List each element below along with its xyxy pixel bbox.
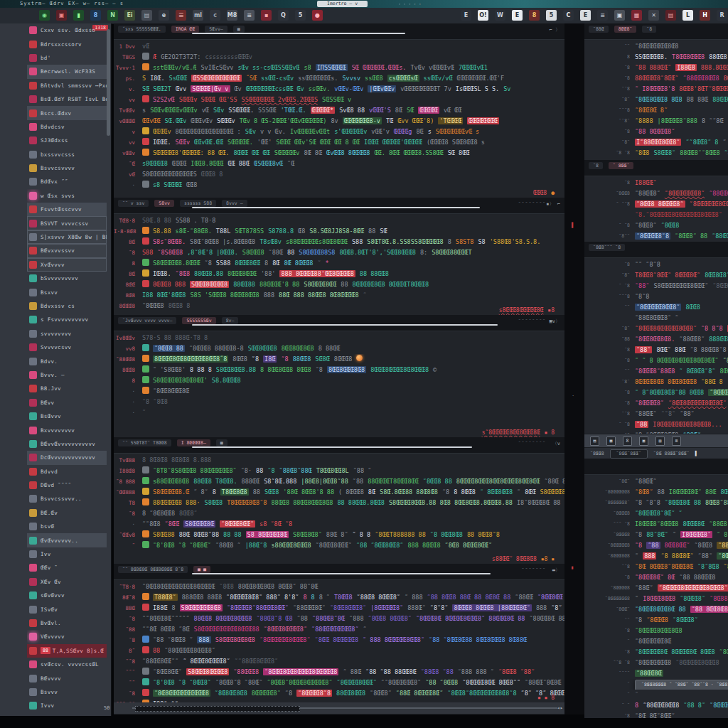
file-tree-item[interactable]: BŒvv [27,396,107,410]
toolbar-icon[interactable]: ● [312,10,323,21]
file-tree-item[interactable]: Bscs.Œdxv [27,106,107,119]
code-line[interactable]: Tvvv·1sstŒŒŒv/vŒ.ÆSvIŒcSŒvvsŒv ss-csŒŒSS… [114,63,564,73]
code-line[interactable]: ˜8 ˜8˜8Œ8S8ŒŒ8˜88ŒŒ8˜˜8ŒŒ8˜88Œ88 8ŒŒ8Œ 8… [586,148,728,159]
editor-tab[interactable]: S8vv [154,200,174,207]
code-line[interactable]: 8Œ˜8T88Œ8˜888ŒŒ8 88Œ8˜8ŒŒŒŒ8Œ8˜ 888˜ 8'8… [114,592,564,603]
code-line[interactable]: ˜88Œ8ŒŒŒ8˜ ˜ [586,313,728,323]
code-line[interactable]: ˜88˜8ŒŒ8ŒŒ8Œ8.˜88ŒŒ8˜888ŒŒ8Œ88 88Œ8 [586,334,728,345]
panel-toolbar-icon[interactable]: 8 [623,437,632,446]
code-line[interactable]: ˜˜8ŒŒ8ŒŒŒ8 ˜ ˜88Œ˜ ˜88˜˜8 · ˜8Œ8˜ [586,679,728,690]
toolbar-icon[interactable]: 8 [529,10,540,21]
code-line[interactable]: ˜ ˜˜8˜8ŒŒ8 8ŒŒŒŒ8˜˜8ŒŒŒŒŒŒ8ŒŒŒ8˜˜ [586,199,728,210]
panel-toolbar-icon[interactable]: ▦ [606,437,616,446]
code-line[interactable]: ·s8 SŒŒŒŒŒŒ8 [114,180,564,191]
code-line[interactable]: ˜8˜ 8˜8ŒŒŒ8Œ8˜88 8ŒŒ8˜8ŒŒŒŒ8ŒŒ8˜˜8 88˜8 [586,387,728,398]
toolbar-icon[interactable]: ▣ [614,10,625,21]
code-line[interactable]: ˜˜ [586,690,728,700]
search-box[interactable]: ˜8ŒŒ˜8ŒŒ˜ [610,449,648,459]
file-tree-item[interactable]: BŒvvvv [27,671,107,685]
code-line[interactable]: ˜˜˜8ŒŒŒŒŒŒŒ8Œ8 [586,41,728,52]
header-mini-icons[interactable]: ▬〉 [552,567,560,574]
code-line[interactable]: 8Œ8I88 8ŒŒ'8ŒŒ8S8S 'SŒŒŒ8 8ŒŒŒ8ŒŒ888888Œ… [114,290,564,301]
panel-toolbar-icon[interactable]: ▥ [655,437,665,446]
code-line[interactable]: ˜8.˜8ŒŒŒŒŒ8ŒŒŒŒŒŒŒ8ŒŒŒ8˜ [586,210,728,220]
sidebar-scrollbar[interactable] [107,29,110,136]
code-line[interactable]: ˜8˜8ŒŒŒ8Œ˜ 8Œ˜88 88ŒŒŒ8 [586,572,728,583]
code-line[interactable]: I·8·8Œ8S8.88s8Œ-˜88Œ8.T88LSŒT878SSS8788.… [114,226,564,237]
editor-tab[interactable]: IRQA ŒŒ [171,26,199,33]
code-line[interactable]: TŒ8·8S8Œ.8 88SS88 . T8·8 [114,215,564,226]
code-line[interactable]: 8S8ŒŒŒŒŒ8.8ŒŒŒ˜8SS888ŒŒŒ8ŒŒ88Œ8Œ 8ŒŒŒ8˜* [114,258,564,269]
toolbar-icon[interactable]: Ei [124,10,135,21]
header-mini-icons[interactable]: ▪〉 ⌐ [546,200,560,208]
file-tree-item[interactable]: ID Œvvvvvvvvv... [27,713,107,716]
code-line[interactable]: ˜˜˜8ŒŒŒ8˜88Œ8˜ 8Œ8Œ8˜8˜8ŒŒ8˜8Œ˜ ˜8ŒŒ8 [586,366,728,377]
editor-tab[interactable]: ˜JvŒvvv vvvv vvvv— [118,317,176,324]
file-tree-item[interactable]: BŒ.Œv [27,506,107,520]
file-tree-item[interactable]: bd' [27,51,107,65]
editor-tab[interactable]: ■ [216,439,228,446]
code-line[interactable]: ˜˜˜8˜8ŒŒŒ8˜8ŒŒŒ8˜ [586,615,728,626]
code-line[interactable]: ˜˜˜˜8ŒŒ8ŒŒ˜S8ŒŒŒ8ŒŒŒŒ8˜88ŒŒŒ8˜8ŒŒŒ8ŒŒ8ŒŒ… [114,667,564,678]
code-line[interactable]: ·˜8ŒŒ8ŒŒŒ8Œ [114,386,564,397]
code-line[interactable]: ˜˜8'8Œ8 ˜8 ˜8Œ8Œ˜˜88Œ8 ˜|88Œ˜8s88ŒŒŒ8ŒŒŒ… [114,540,564,551]
code-line[interactable]: ˜8ŒŒŒŒŒŒ8˜I8ŒŒŒ8ŒŒ8˜8ŒŒŒ8˜˜8Œ88˜8 ˜8 [586,594,728,604]
code-line[interactable]: ˜˜˜8ŒŒŒŒŒ8ŒŒ8˜8ŒŒ8 [586,302,728,313]
file-tree-item[interactable]: BsŒvvv [27,410,107,423]
toolbar-icon[interactable]: ▪ [261,10,272,21]
header-mini-icons[interactable]: 〈v [552,440,560,447]
code-line[interactable]: ˜ ˜8˜88I8ŒŒŒŒŒŒŒŒŒ8ŒŒŒ8... [586,419,728,430]
code-line[interactable]: ˜˜8 ˜8˜8ŒŒŒŒŒŒŒ8˜8ŒŒŒŒŒ8ŒŒŒ8 [586,658,728,668]
code-line[interactable]: ·˜˜8Œ8˜8ŒŒS8ŒŒŒŒ8Œ˜8ŒŒŒ8ŒŒ˜s8 ˜8Œ ˜8 [114,519,564,530]
code-line[interactable]: v.SŒ SŒŒ2TŒvvSŒŒŒŒ|Œv vŒvŒŒŒŒŒŒŒŒcssŒŒ Œ… [114,84,564,95]
panel-toolbar-icon[interactable]: ▤ [590,437,599,446]
file-tree-item[interactable]: Bvvv. – [27,368,107,382]
toolbar-icon[interactable]: ✕ [648,10,659,21]
toolbar-icon[interactable]: W [495,10,505,21]
toolbar-icon[interactable]: O! [478,10,488,21]
file-tree-item[interactable]: Bdrsxxcssorv [27,37,107,50]
file-tree-item[interactable]: sŒvŒvvv [27,589,107,602]
code-line[interactable]: 8ŒŒ8ŒŒŒ8 888SŒŒŒ8ŒŒŒŒ888ŒŒ8888ŒŒŒŒ'8 88S… [114,279,564,290]
toolbar-icon[interactable]: ml [193,10,203,21]
file-tree-item[interactable]: BvŒvl. [27,616,107,630]
code-line[interactable]: ˜8ŒŒŒŒ8˜88Œ˜˜8ŒŒŒŒ8ŒŒŒŒŒŒ8ŒŒŒ8˜88˜88˜ [586,583,728,594]
code-line[interactable]: TvŒŒvsSŒŒvŒŒŒŒvŒŒŒvvŒSŒvSSŒŒŒŒ.SSSŒŒ'TŒŒ… [114,105,564,116]
code-line[interactable]: ˜˜8˜88ŒŒ8ŒŒ˜˜˜ 8ŒŒŒ8ŒŒŒŒ8˜˜˜88ŒŒ8ŒŒŒ8˜ [114,656,564,667]
code-line[interactable]: ˜8ŒŒ8˜88ŒŒ8˜˜8ŒŒŒŒŒŒŒ8˜˜88ŒŒŒ8Œ8˜88Œ8 88… [586,188,728,199]
panel-toolbar-icon[interactable]: ≣ [672,437,681,446]
file-tree-item[interactable]: Bsxvv [27,285,107,299]
editor-tab[interactable]: ˜8 [589,162,603,169]
code-line[interactable]: ˜8˜8ŒŒŒŒ8˜˜8ŒŒ8ŒŒŒŒŒ8ŒŒ8Œ˜˜88 8ŒŒŒ8Œ8˜8 [586,398,728,409]
code-line[interactable]: ˜ ˜8˜88ŒŒŒ8ŒŒ8˜88 8˜˜8ŒŒŒŒ8ŒŒ˜ [586,700,728,711]
code-line[interactable]: 8ŒS8s˜8ŒŒ8.S8Œ˜8ŒŒ8 |s.8ŒŒ8Œ8T8sŒ8vs88ŒŒ… [114,237,564,247]
code-line[interactable]: ˜8˜88 ˜8ŒŒ8 ˜888S8ŒŒŒ8ŒŒ8Œ8˜8ŒŒŒŒŒŒ8ŒŒŒ8… [114,635,564,646]
file-tree-item[interactable]: Cxxv ssv. Œdxsso [27,23,107,37]
editor-tab[interactable]: ■ [233,26,245,33]
code-line[interactable]: ˜8˜88 8ŒŒŒŒ8˜ [586,127,728,137]
toolbar-icon[interactable]: 8 [90,10,101,21]
file-tree-item[interactable]: XvŒvvvv [27,258,107,272]
editor-tab[interactable]: SSSSSSSŒv [182,317,215,324]
code-line[interactable]: ˜8˜88˜8ŒŒ˜ 88Œ˜8 88ŒŒ8˜8˜˜˜8Œ 8ŒŒ8 [586,345,728,355]
file-tree-item[interactable]: S]xsvvv X8Œw 8w | B8T.TJ.Lj [27,230,107,244]
file-tree-item[interactable]: bsvŒ [27,520,107,533]
code-line[interactable]: ˜8˜T8ŒŒ8˜8ŒŒ˜ 8ŒŒŒ8Œ˜8ŒŒ8Œ8˜8ŒŒ8˜8ŒŒ8˜8Œ [586,270,728,281]
toolbar-icon[interactable]: ▦ [631,10,642,21]
code-line[interactable]: Iv8ŒŒvS78·S 88 888Œ·T8 8 [114,333,564,343]
code-line[interactable]: ˜Œs8ŒŒŒŒ8ŒŒŒŒIŒŒ8.8ŒŒŒŒŒ 88ŒŒSŒŒŒ8vŒ˜Œ [114,159,564,169]
code-line[interactable]: vŒŒvSŒŒŒŒŒ8'ŒŒŒŒŒ: 88 ŒŒ.8ŒŒŒ ŒŒ ŒŒSŒŒŒŒ… [114,148,564,159]
code-line[interactable]: ˜8ŒŒŒ8Œ8˜888˜8 88Œ8Œ˜˜88˜˜8ŒŒŒŒŒ8Œ˜8 [586,551,728,562]
code-line[interactable]: vŒS8ŒŒŒŒŒŒŒŒŒŒŒŒSŒŒŒ8 8 [114,169,564,180]
toolbar-icon[interactable]: ≡ [597,10,608,21]
code-line[interactable]: ˜8˜˜˜8ŒŒŒŒ8˜8˜8ŒŒ8˜ 88˜88ŒŒ8˜8ŒŒ8 ˜ [586,231,728,242]
code-line[interactable]: ˜8 888s88ŒŒŒŒ8Œ888ŒŒ8 T8ŒŒ8.888ŒŒS8˜8Œ.8… [114,476,564,487]
code-line[interactable]: 8ŒŒ8˜ 'S8ŒŒ8'8 88 8S8ŒŒ8ŒŒ8.888 8ŒŒ8ŒŒ8 … [114,365,564,375]
code-line[interactable]: ˜8Œ˜˜88ŒŒ˜ [586,476,728,487]
file-tree-item[interactable]: Bdvdcsv [27,120,107,134]
panel-toolbar-icon[interactable]: ▣ [639,437,648,446]
code-line[interactable]: ˜8I88ŒŒ˜ [586,178,728,188]
code-line[interactable]: ˜8ŒŒŒŒŒ8˜˜8 ˜8˜8˜8ŒŒŒ8Œ 888ŒŒ8˜88 [586,498,728,508]
code-line[interactable]: ˜8˜˜ ˜8˜8 [586,259,728,270]
file-tree-item[interactable]: Ivv [27,547,107,561]
